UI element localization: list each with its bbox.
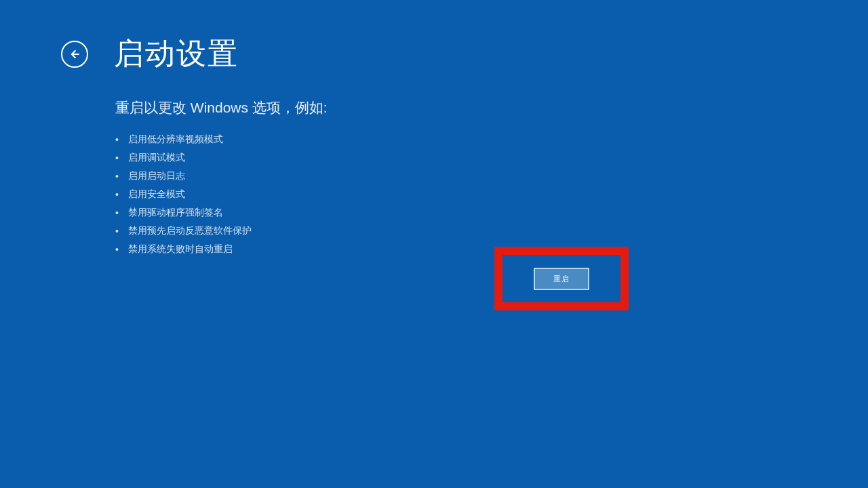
highlight-annotation: 重启 bbox=[494, 247, 629, 310]
startup-option-item: 禁用系统失败时自动重启 bbox=[115, 243, 328, 256]
back-button[interactable] bbox=[61, 41, 88, 68]
startup-option-item: 启用调试模式 bbox=[115, 152, 328, 164]
startup-option-item: 禁用预先启动反恶意软件保护 bbox=[115, 225, 328, 237]
startup-option-item: 启用启动日志 bbox=[115, 170, 328, 182]
arrow-left-icon bbox=[68, 47, 81, 61]
page-title: 启动设置 bbox=[114, 34, 239, 74]
subtitle: 重启以更改 Windows 选项，例如: bbox=[115, 98, 328, 117]
startup-option-item: 启用低分辨率视频模式 bbox=[115, 134, 328, 146]
startup-options-list: 启用低分辨率视频模式 启用调试模式 启用启动日志 启用安全模式 禁用驱动程序强制… bbox=[115, 134, 328, 256]
content-area: 重启以更改 Windows 选项，例如: 启用低分辨率视频模式 启用调试模式 启… bbox=[115, 98, 328, 262]
startup-option-item: 禁用驱动程序强制签名 bbox=[115, 207, 328, 219]
startup-option-item: 启用安全模式 bbox=[115, 188, 328, 201]
restart-button[interactable]: 重启 bbox=[534, 268, 589, 290]
